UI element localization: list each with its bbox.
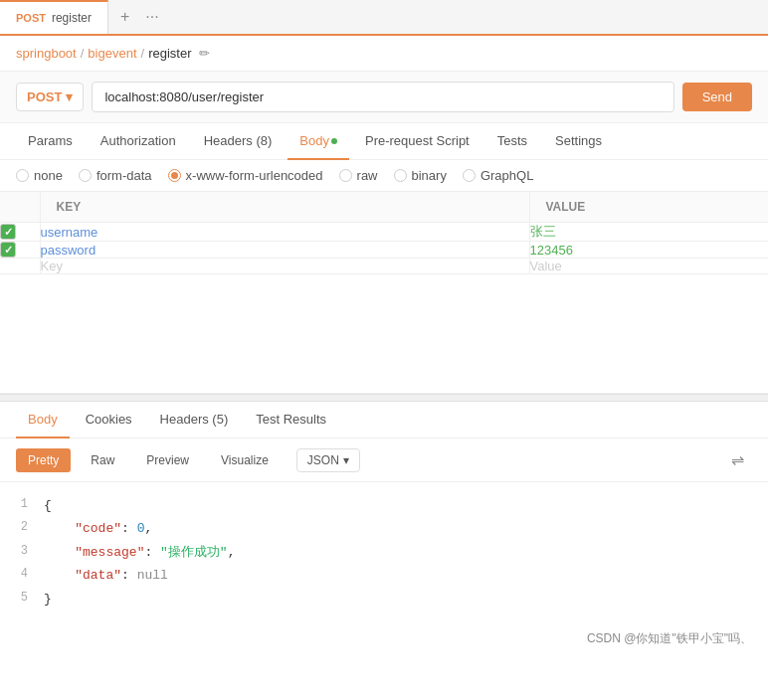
breadcrumb-part3: register [148,46,191,61]
wrap-icon[interactable]: ⇌ [723,446,752,473]
radio-urlencoded [168,169,181,182]
json-line-5: 5 } [16,588,752,611]
tab-tests[interactable]: Tests [485,123,539,160]
radio-form-data [79,169,92,182]
row2-checkbox-cell[interactable] [0,242,40,259]
url-input[interactable] [92,82,673,112]
format-row: Pretty Raw Preview Visualize JSON ▾ ⇌ [0,438,768,482]
tab-body[interactable]: Body [288,123,349,160]
body-type-form-data[interactable]: form-data [79,168,152,183]
body-type-urlencoded[interactable]: x-www-form-urlencoded [168,168,323,183]
method-badge: POST [16,12,46,24]
method-chevron: ▾ [66,89,73,104]
row1-key[interactable]: username [40,223,529,242]
breadcrumb-sep1: / [81,46,85,61]
body-type-binary[interactable]: binary [394,168,447,183]
json-line-1: 1 { [16,494,752,517]
row1-value[interactable]: 张三 [529,223,768,242]
edit-icon[interactable]: ✏ [199,46,210,61]
body-type-graphql[interactable]: GraphQL [463,168,533,183]
table-row: Key Value [0,259,768,274]
row3-value[interactable]: Value [529,259,768,274]
col-checkbox [0,192,40,223]
body-type-none[interactable]: none [16,168,63,183]
format-visualize[interactable]: Visualize [209,448,281,472]
tab-authorization[interactable]: Authorization [89,123,188,160]
col-value: VALUE [529,192,768,223]
spacer [0,274,768,394]
tab-name: register [52,11,92,25]
response-tabs: Body Cookies Headers (5) Test Results [0,402,768,438]
row2-key[interactable]: password [40,242,529,259]
radio-binary [394,169,407,182]
request-tabs: Params Authorization Headers (8) Body Pr… [0,123,768,160]
format-pretty[interactable]: Pretty [16,448,71,472]
table-row: password 123456 [0,242,768,259]
tab-pre-request[interactable]: Pre-request Script [353,123,481,160]
send-button[interactable]: Send [682,83,752,111]
body-type-raw[interactable]: raw [339,168,378,183]
row2-checkbox[interactable] [0,242,16,258]
method-label: POST [27,89,62,104]
watermark: CSDN @你知道"铁甲小宝"吗、 [0,622,768,655]
breadcrumb-part2[interactable]: bigevent [88,46,136,61]
format-raw[interactable]: Raw [79,448,126,472]
resp-tab-headers[interactable]: Headers (5) [148,402,241,438]
format-type-select[interactable]: JSON ▾ [296,448,360,472]
request-tab[interactable]: POST register [0,0,108,34]
format-preview[interactable]: Preview [134,448,201,472]
radio-raw [339,169,352,182]
tab-settings[interactable]: Settings [543,123,614,160]
resp-tab-test-results[interactable]: Test Results [244,402,338,438]
table-row: username 张三 [0,223,768,242]
breadcrumb-sep2: / [141,46,145,61]
json-line-3: 3 "message": "操作成功", [16,541,752,564]
top-tab-bar: POST register + ··· [0,0,768,36]
row1-checkbox[interactable] [0,224,16,240]
method-select[interactable]: POST ▾ [16,83,84,111]
more-tab-button[interactable]: ··· [145,8,158,26]
row3-checkbox-cell [0,259,40,274]
json-line-2: 2 "code": 0, [16,517,752,540]
resp-tab-body[interactable]: Body [16,402,70,438]
row1-checkbox-cell[interactable] [0,223,40,242]
radio-graphql [463,169,476,182]
json-output: 1 { 2 "code": 0, 3 "message": "操作成功", 4 … [0,482,768,622]
body-type-row: none form-data x-www-form-urlencoded raw… [0,160,768,192]
tab-params[interactable]: Params [16,123,85,160]
radio-none [16,169,29,182]
row2-value[interactable]: 123456 [529,242,768,259]
col-key: KEY [40,192,529,223]
add-tab-button[interactable]: + [120,8,129,26]
url-bar: POST ▾ Send [0,72,768,123]
response-section: Body Cookies Headers (5) Test Results Pr… [0,402,768,655]
tab-actions: + ··· [108,8,171,26]
section-divider [0,394,768,402]
form-table: KEY VALUE username 张三 password 123456 Ke… [0,192,768,274]
json-line-4: 4 "data": null [16,564,752,587]
breadcrumb: springboot / bigevent / register ✏ [0,36,768,72]
breadcrumb-part1[interactable]: springboot [16,46,77,61]
tab-headers[interactable]: Headers (8) [192,123,285,160]
resp-tab-cookies[interactable]: Cookies [74,402,144,438]
row3-key[interactable]: Key [40,259,529,274]
